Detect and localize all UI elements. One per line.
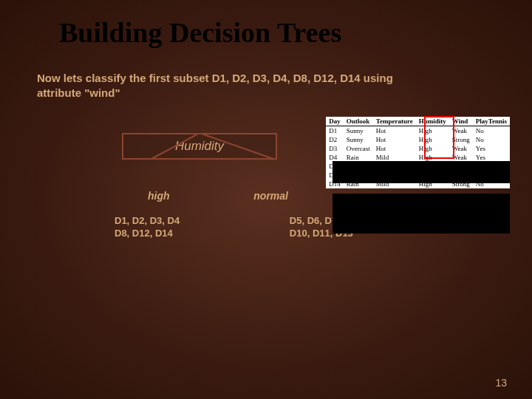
table-header: Temperature [373,117,416,126]
branch-label-normal: normal [253,190,318,202]
leaf-high-line2: D8, D12, D14 [115,228,173,239]
table-header: Humidity [416,117,449,126]
table-cell: Hot [373,144,416,153]
table-cell: D3 [326,144,344,153]
leaf-high-line1: D1, D2, D3, D4 [115,215,180,226]
table-row: D3OvercastHotHighWeakYes [326,144,510,153]
tree-branch-labels: high normal [111,190,318,202]
table-row: D1SunnyHotHighWeakNo [326,126,510,136]
table-header: Day [326,117,344,126]
subtitle-line1: Now lets classify the first subset D1, D… [37,72,393,84]
table-cell: High [416,126,449,136]
table-row: D2SunnyHotHighStrongNo [326,135,510,144]
tree-branches [111,133,318,163]
table-overlay-2 [332,194,510,233]
table-cell: Yes [473,144,510,153]
svg-line-0 [151,133,200,159]
slide-title: Building Decision Trees [0,0,532,49]
subtitle-attr-value: "wind" [84,86,120,99]
table-overlay-1 [332,161,510,183]
table-cell: No [473,126,510,136]
table-cell: Overcast [344,144,373,153]
table-cell: High [416,135,449,144]
table-header: Outlook [344,117,373,126]
slide-subtitle: Now lets classify the first subset D1, D… [0,49,532,100]
table-header: PlayTennis [473,117,510,126]
table-cell: Weak [449,126,473,136]
table-cell: No [473,135,510,144]
tree-leaves: D1, D2, D3, D4 D8, D12, D14 D5, D6, D7, … [111,215,355,240]
table-cell: Strong [449,135,473,144]
table-cell: High [416,144,449,153]
svg-line-1 [200,133,273,159]
branch-label-high: high [111,190,170,202]
table-cell: Hot [373,135,416,144]
subtitle-attr-label: attribute [37,86,84,99]
table-cell: D2 [326,135,344,144]
table-cell: Sunny [344,126,373,136]
leaf-high: D1, D2, D3, D4 D8, D12, D14 [111,215,180,240]
table-header: Wind [449,117,473,126]
table-cell: D1 [326,126,344,136]
table-cell: Hot [373,126,416,136]
table-cell: Sunny [344,135,373,144]
decision-tree: Humidity high normal D1, D2, D3, D4 D8, … [111,133,318,240]
table-cell: Weak [449,144,473,153]
slide-number: 13 [495,377,507,389]
